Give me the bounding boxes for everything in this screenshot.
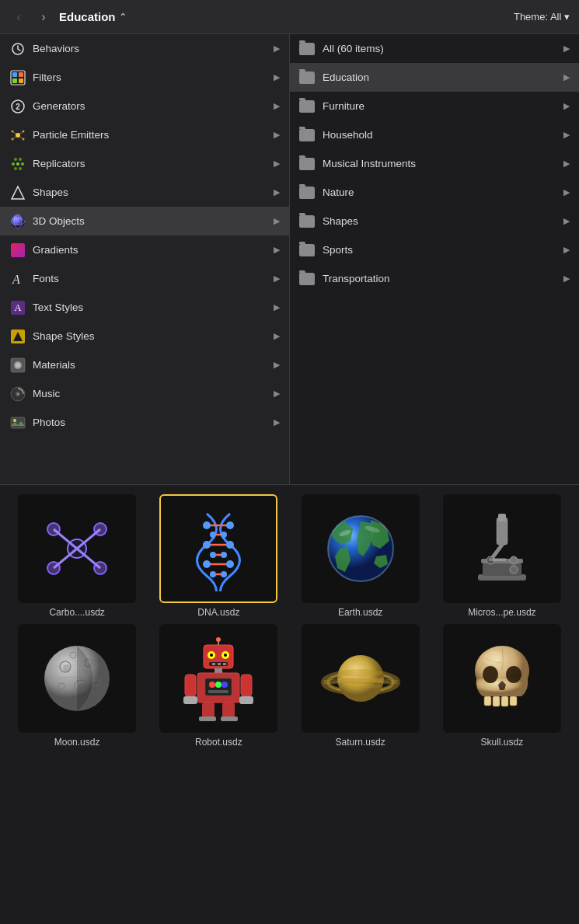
thumb-skull[interactable]: Skull.usdz — [434, 624, 570, 748]
category-transportation-arrow: ▶ — [563, 274, 570, 284]
behaviors-arrow: ▶ — [274, 44, 280, 54]
category-education[interactable]: Education ▶ — [290, 63, 579, 92]
sidebar-item-generators[interactable]: 2 Generators ▶ — [0, 92, 289, 120]
svg-point-69 — [226, 541, 234, 549]
folder-transportation-icon — [299, 273, 315, 285]
browser-title: Education — [59, 10, 116, 23]
svg-rect-129 — [223, 663, 226, 665]
svg-point-140 — [506, 666, 521, 683]
category-education-label: Education — [323, 71, 369, 83]
browser-panel: Behaviors ▶ Filters ▶ 2 — [0, 34, 579, 485]
forward-button[interactable]: › — [34, 8, 53, 26]
svg-point-115 — [215, 682, 221, 688]
folder-furniture-icon — [299, 100, 315, 113]
category-nature[interactable]: Nature ▶ — [290, 178, 579, 207]
svg-point-73 — [226, 560, 234, 568]
back-button[interactable]: ‹ — [9, 8, 28, 26]
svg-point-134 — [339, 669, 382, 677]
svg-rect-144 — [510, 696, 517, 706]
svg-point-136 — [340, 684, 381, 689]
3d-objects-icon — [9, 213, 26, 230]
fonts-label: Fonts — [33, 273, 59, 284]
sidebar-item-shape-styles[interactable]: Shape Styles ▶ — [0, 322, 289, 350]
category-shapes[interactable]: Shapes ▶ — [290, 207, 579, 235]
sidebar-item-fonts[interactable]: A Fonts ▶ — [0, 264, 289, 293]
music-icon — [9, 385, 26, 403]
folder-musical-icon — [299, 158, 315, 170]
svg-point-72 — [203, 560, 211, 568]
behaviors-label: Behaviors — [33, 43, 79, 54]
category-transportation-label: Transportation — [323, 273, 390, 284]
fonts-arrow: ▶ — [274, 274, 280, 284]
svg-point-67 — [221, 532, 227, 538]
svg-point-139 — [483, 666, 498, 683]
svg-rect-118 — [185, 675, 196, 696]
3d-objects-label: 3D Objects — [33, 215, 85, 227]
folder-shapes-icon — [299, 215, 315, 228]
navigation-arrows: ‹ › Education ⌃ — [9, 8, 127, 26]
category-household[interactable]: Household ▶ — [290, 120, 579, 149]
sidebar-item-3d-objects[interactable]: 3D Objects ▶ — [0, 207, 289, 235]
svg-rect-142 — [493, 696, 500, 706]
thumb-saturn[interactable]: Saturn.usdz — [293, 624, 428, 748]
thumb-robot-img — [159, 624, 277, 733]
thumb-microscope[interactable]: Micros...pe.usdz — [434, 494, 570, 618]
thumb-earth-img — [302, 494, 420, 603]
thumb-moon[interactable]: Moon.usdz — [9, 624, 145, 748]
thumb-saturn-label: Saturn.usdz — [336, 737, 385, 748]
folder-education-icon — [299, 71, 315, 84]
category-nature-arrow: ▶ — [563, 187, 570, 197]
sidebar-item-gradients[interactable]: Gradients ▶ — [0, 235, 289, 264]
svg-point-23 — [19, 167, 22, 170]
svg-rect-4 — [12, 78, 17, 83]
sidebar-item-photos[interactable]: Photos ▶ — [0, 408, 289, 437]
svg-point-68 — [203, 541, 211, 549]
svg-rect-5 — [19, 78, 23, 83]
sidebar-item-behaviors[interactable]: Behaviors ▶ — [0, 34, 289, 63]
svg-point-20 — [14, 158, 17, 161]
carbo-svg — [34, 506, 120, 591]
sidebar-item-replicators[interactable]: Replicators ▶ — [0, 149, 289, 178]
theme-selector[interactable]: Theme: All ▾ — [514, 11, 570, 23]
svg-point-116 — [221, 682, 228, 688]
sidebar-item-music[interactable]: Music ▶ — [0, 379, 289, 408]
thumb-dna[interactable]: DNA.usdz — [151, 494, 286, 618]
photos-icon — [9, 414, 26, 431]
shape-styles-arrow: ▶ — [274, 331, 280, 341]
svg-point-39 — [17, 392, 19, 395]
svg-rect-127 — [212, 663, 215, 665]
folder-all-icon — [299, 43, 315, 55]
svg-rect-57 — [176, 506, 261, 591]
thumb-moon-img — [18, 624, 136, 733]
thumb-carbo[interactable]: Carbo....usdz — [9, 494, 145, 618]
category-musical-instruments[interactable]: Musical Instruments ▶ — [290, 149, 579, 178]
thumb-earth[interactable]: Earth.usdz — [293, 494, 428, 618]
svg-point-65 — [226, 521, 234, 529]
sidebar-item-shapes[interactable]: Shapes ▶ — [0, 178, 289, 207]
category-sports[interactable]: Sports ▶ — [290, 235, 579, 264]
earth-svg — [318, 506, 403, 591]
category-transportation[interactable]: Transportation ▶ — [290, 264, 579, 293]
category-household-arrow: ▶ — [563, 130, 570, 140]
category-all[interactable]: All (60 items) ▶ — [290, 34, 579, 63]
robot-svg — [176, 636, 261, 721]
svg-rect-124 — [199, 717, 216, 721]
replicators-arrow: ▶ — [274, 159, 280, 169]
svg-point-110 — [216, 637, 221, 642]
top-bar: ‹ › Education ⌃ Theme: All ▾ — [0, 0, 579, 34]
thumb-earth-label: Earth.usdz — [338, 607, 382, 618]
thumb-robot[interactable]: Robot.usdz — [151, 624, 286, 748]
photos-label: Photos — [33, 417, 65, 428]
category-furniture[interactable]: Furniture ▶ — [290, 92, 579, 120]
sidebar-item-particle-emitters[interactable]: Particle Emitters ▶ — [0, 120, 289, 149]
materials-label: Materials — [33, 359, 75, 371]
category-sports-arrow: ▶ — [563, 245, 570, 255]
sidebar-item-text-styles[interactable]: A Text Styles ▶ — [0, 293, 289, 322]
sidebar-item-materials[interactable]: Materials ▶ — [0, 350, 289, 379]
title-dropdown[interactable]: Education ⌃ — [59, 10, 127, 23]
particle-emitters-label: Particle Emitters — [33, 129, 109, 141]
category-all-label: All (60 items) — [323, 43, 384, 54]
svg-point-18 — [12, 162, 15, 166]
svg-point-71 — [221, 552, 227, 558]
sidebar-item-filters[interactable]: Filters ▶ — [0, 63, 289, 92]
